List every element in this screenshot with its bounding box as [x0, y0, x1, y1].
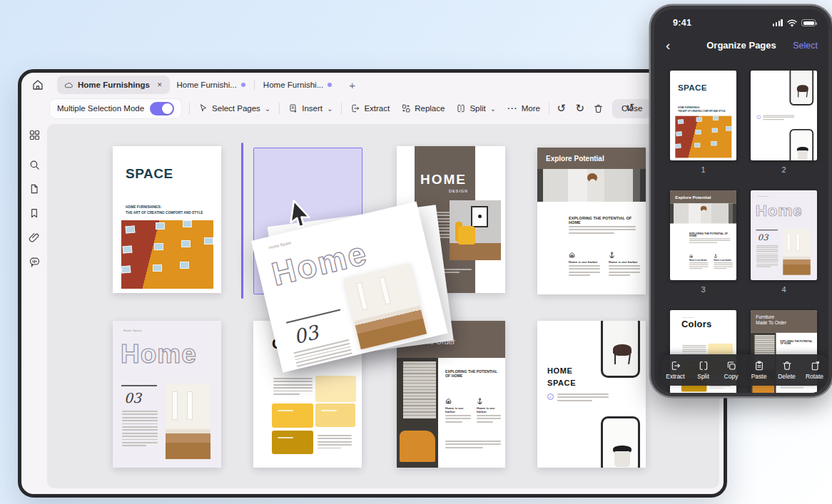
placeholder-text-lines — [445, 441, 501, 448]
new-tab-button[interactable]: + — [349, 79, 355, 91]
phone-extract-button[interactable]: Extract — [663, 360, 689, 380]
replace-icon — [401, 103, 411, 113]
stage: Home Furnishings ✕ Home Furnishi... Home… — [0, 0, 832, 504]
text-line — [273, 394, 300, 395]
phone-paste-button[interactable]: Paste — [746, 360, 772, 380]
text-line — [445, 441, 501, 442]
phone-delete-button[interactable]: Delete — [774, 360, 800, 380]
mouse-cursor-icon — [283, 197, 316, 232]
pages-canvas: SPACE HOME FURNISHINGS: THE ART OF CREAT… — [47, 124, 719, 488]
unsaved-dot-icon — [328, 83, 332, 87]
text-line — [445, 415, 471, 416]
cellular-signal-icon — [773, 19, 783, 26]
insert-button[interactable]: Insert ⌄ — [283, 98, 338, 118]
page-tag: Home Space — [123, 329, 142, 332]
battery-icon — [801, 19, 816, 26]
multiple-selection-toggle[interactable] — [150, 102, 174, 115]
text-line — [714, 264, 733, 265]
toolbar-divider — [341, 103, 342, 114]
phone-copy-button[interactable]: Copy — [719, 360, 744, 380]
tab-home-furnishings-3[interactable]: Home Furnishi... — [256, 76, 339, 94]
text-line — [122, 429, 158, 431]
text-line — [122, 436, 158, 437]
page-heading: EXPLORING THE POTENTIAL OF HOME — [569, 216, 640, 225]
tool-label: Paste — [751, 373, 767, 380]
select-button[interactable]: Select — [793, 41, 818, 51]
delete-button[interactable] — [589, 99, 608, 118]
text-line — [714, 262, 733, 263]
phone-thumb-1[interactable]: SPACE HOME FURNISHINGS:THE ART OF CREATI… — [670, 71, 736, 160]
text-line — [756, 251, 778, 252]
tab-close-icon[interactable]: ✕ — [157, 81, 163, 88]
lamp-sofa-photo — [397, 358, 438, 468]
sidebar-item-bookmarks[interactable] — [25, 204, 44, 222]
sidebar-item-thumbnails[interactable] — [25, 125, 44, 144]
placeholder-text-lines — [763, 115, 794, 119]
text-line — [756, 261, 778, 262]
trash-icon — [593, 103, 604, 114]
extract-icon — [350, 103, 360, 113]
anchor-icon — [477, 398, 483, 404]
page-thumb-home-space[interactable]: HOME SPACE ✓ — [537, 321, 646, 468]
phone-rotate-button[interactable]: Rotate — [802, 360, 828, 380]
page-thumb-space[interactable]: SPACE HOME FURNISHINGS: THE ART OF CREAT… — [113, 146, 221, 293]
phone-mockup: 9:41 ‹ Organize Pages Select SPACE — [651, 6, 832, 396]
paste-icon — [754, 360, 765, 371]
tab-home-furnishings[interactable]: Home Furnishings ✕ — [57, 76, 170, 94]
select-cursor-icon — [198, 103, 208, 113]
text-line — [609, 274, 630, 276]
toolbar-divider — [549, 103, 549, 114]
phone-toolbar: Extract Split Copy Paste Delete — [661, 354, 828, 386]
placeholder-text-lines — [557, 394, 609, 401]
redo-button[interactable]: ↻ — [571, 99, 589, 118]
house-icon — [445, 398, 452, 404]
home-button[interactable] — [29, 76, 47, 93]
text-line — [763, 117, 794, 118]
insert-label: Insert — [302, 104, 323, 113]
tab-home-furnishings-2[interactable]: Home Furnishi... — [170, 76, 253, 94]
text-line — [445, 447, 483, 448]
room-photo — [166, 384, 210, 459]
extract-button[interactable]: Extract — [345, 98, 395, 118]
text-line — [689, 264, 709, 265]
page-thumb-explore-potential[interactable]: Explore Potential EXPLORING THE POTENTIA… — [537, 148, 646, 294]
replace-button[interactable]: Replace — [395, 98, 450, 118]
tab-bar: Home Furnishings ✕ Home Furnishi... Home… — [21, 74, 724, 96]
undo-button[interactable]: ↺ — [552, 99, 571, 118]
text-line — [609, 272, 640, 273]
phone-thumb-2[interactable]: ✓ — [751, 71, 817, 160]
text-line — [273, 384, 313, 386]
page-thumb-home-03[interactable]: Home Space Home 03 — [113, 321, 221, 468]
sidebar-item-annotations[interactable] — [25, 252, 44, 271]
text-line — [763, 115, 794, 115]
armchair-photo — [450, 200, 501, 260]
phone-split-button[interactable]: Split — [691, 360, 716, 380]
page-tag: Home Space — [268, 240, 291, 250]
placeholder-text-lines — [273, 378, 313, 395]
feature-column: Home is our harbor — [569, 252, 602, 276]
page-number: 1 — [670, 165, 736, 174]
more-button[interactable]: ··· More — [502, 98, 546, 118]
text-line — [445, 418, 471, 419]
placeholder-text-lines — [756, 245, 778, 267]
dog-curtain-photo — [537, 169, 646, 202]
phone-thumb-4[interactable]: Home Space Home 03 — [751, 190, 817, 280]
copy-icon — [726, 360, 737, 371]
split-button[interactable]: Split ⌄ — [450, 98, 502, 118]
page-number: 3 — [670, 285, 736, 294]
text-line — [756, 255, 778, 256]
select-pages-button[interactable]: Select Pages ⌄ — [193, 98, 276, 118]
sidebar-item-attachments[interactable] — [25, 228, 44, 247]
sidebar-item-pages[interactable] — [25, 180, 44, 198]
page-title: HOME — [420, 172, 467, 187]
text-line — [122, 423, 158, 425]
sidebar-item-search[interactable] — [25, 155, 44, 174]
tool-label: Extract — [666, 373, 684, 380]
split-label: Split — [470, 104, 485, 113]
anchor-icon — [609, 252, 615, 258]
text-line — [756, 264, 778, 265]
tab-label: Home Furnishings — [78, 81, 150, 89]
feature-column: Home is our harbor — [445, 398, 472, 423]
phone-thumb-3[interactable]: Explore Potential EXPLORING THE POTENTIA… — [670, 190, 736, 280]
undo-button-2[interactable]: ↺ — [621, 98, 639, 117]
